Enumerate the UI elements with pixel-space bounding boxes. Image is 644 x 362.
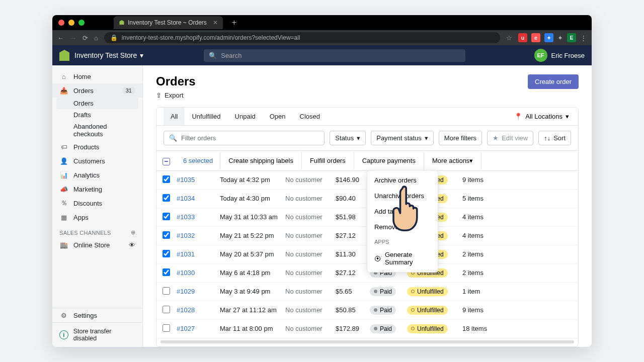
sidebar-sub-orders[interactable]: Orders [56,98,138,109]
sidebar-item-customers[interactable]: 👤Customers [52,154,142,168]
tab-unpaid[interactable]: Unpaid [228,108,263,125]
status-filter[interactable]: Status▾ [330,131,366,145]
order-id-link[interactable]: #1029 [177,288,220,295]
row-checkbox[interactable] [163,175,170,183]
sidebar-item-marketing[interactable]: 📣Marketing [52,182,142,196]
row-checkbox[interactable] [163,250,170,257]
order-date: May 21 at 5:22 pm [220,232,285,239]
menu-archive[interactable]: Archive orders [367,172,438,188]
fulfillment-status: Unfulfilled [407,306,462,315]
profile-icon[interactable]: E [567,33,576,42]
order-customer: No customer [285,269,336,277]
sort-button[interactable]: ↑↓Sort [538,131,571,145]
row-checkbox[interactable] [163,194,170,202]
selection-count[interactable]: 6 selected [176,152,220,169]
tab-open[interactable]: Open [263,108,293,125]
store-switcher[interactable]: Inventory Test Store ▾ [74,51,143,59]
chevron-down-icon: ▾ [566,113,569,120]
menu-add-tags[interactable]: Add tags [367,204,438,219]
fulfill-orders-button[interactable]: Fulfill orders [302,152,354,169]
star-icon: ★ [493,134,499,142]
maximize-window-icon[interactable] [78,20,85,26]
order-id-link[interactable]: #1033 [177,213,220,221]
chevron-down-icon: ▾ [425,134,428,142]
create-shipping-labels-button[interactable]: Create shipping labels [220,152,302,169]
chart-icon: 📊 [59,170,68,179]
order-total: $50.85 [336,306,370,314]
order-customer: No customer [285,213,336,221]
extensions-icon[interactable]: ✦ [557,34,563,42]
location-filter[interactable]: 📍All Locations▾ [514,113,571,120]
user-menu[interactable]: EF Eric Froese [534,49,585,62]
row-checkbox[interactable] [163,306,170,313]
row-checkbox[interactable] [163,287,170,295]
horizontal-scrollbar[interactable] [160,340,574,343]
order-items: 4 items [462,213,572,221]
minimize-window-icon[interactable] [68,20,74,26]
sidebar-item-online-store[interactable]: 🏬Online Store👁 [52,238,142,252]
reload-icon[interactable]: ⟳ [83,34,88,42]
order-id-link[interactable]: #1032 [177,232,220,239]
tab-closed[interactable]: Closed [293,108,327,125]
filter-input[interactable]: 🔍Filter orders [164,131,325,145]
create-order-button[interactable]: Create order [528,74,579,89]
sidebar-sub-abandoned[interactable]: Abandoned checkouts [52,121,142,140]
edit-view-button[interactable]: ★Edit view [487,131,533,145]
menu-generate-summary[interactable]: ⦿Generate Summary [367,247,438,270]
close-window-icon[interactable] [58,20,64,26]
order-id-link[interactable]: #1034 [177,195,220,202]
extension-icon[interactable]: u [518,33,527,42]
payment-status-filter[interactable]: Payment status▾ [371,131,434,145]
row-checkbox[interactable] [163,268,170,276]
search-input[interactable]: 🔍 Search [204,49,465,62]
store-icon: 🏬 [59,240,68,249]
export-button[interactable]: ⇧Export [156,92,196,99]
order-id-link[interactable]: #1035 [177,176,220,184]
star-icon[interactable]: ☆ [506,34,512,42]
sidebar-item-products[interactable]: 🏷Products [52,140,142,154]
sidebar-sub-drafts[interactable]: Drafts [52,109,142,121]
order-id-link[interactable]: #1028 [177,306,220,314]
address-bar[interactable]: 🔒 inventory-test-store.myshopify.com/adm… [104,32,500,43]
tab-all[interactable]: All [164,108,185,125]
add-channel-icon[interactable]: ⊕ [131,229,135,236]
back-icon[interactable]: ← [57,34,64,42]
table-row: #1029 May 3 at 9:49 pm No customer $5.65… [156,283,578,301]
browser-tab[interactable]: Inventory Test Store ~ Orders ✕ [114,16,223,29]
more-filters-button[interactable]: More filters [439,131,482,145]
forward-icon[interactable]: → [70,34,76,42]
row-checkbox[interactable] [163,324,170,332]
tab-unfulfilled[interactable]: Unfulfilled [185,108,227,125]
order-items: 18 items [462,325,572,332]
sidebar-item-orders[interactable]: 📥Orders31 [52,83,142,98]
sidebar-item-apps[interactable]: ▦Apps [52,210,142,224]
order-id-link[interactable]: #1031 [177,250,220,258]
extension-icon[interactable]: e [531,33,540,42]
order-date: May 3 at 9:49 pm [220,288,285,295]
sidebar-item-home[interactable]: ⌂Home [52,69,142,83]
more-actions-button[interactable]: More actions▾ [424,152,481,169]
sidebar-item-analytics[interactable]: 📊Analytics [52,168,142,182]
extension-icon[interactable]: ✦ [544,33,553,42]
order-id-link[interactable]: #1027 [177,325,220,332]
home-icon[interactable]: ⌂ [94,34,98,42]
close-tab-icon[interactable]: ✕ [213,19,218,26]
eye-icon[interactable]: 👁 [129,241,135,249]
apps-icon: ▦ [59,213,68,222]
avatar: EF [534,49,547,62]
store-transfer-notice[interactable]: iStore transfer disabled [52,322,142,347]
sidebar-item-settings[interactable]: ⚙Settings [52,308,142,322]
capture-payments-button[interactable]: Capture payments [354,152,424,169]
menu-remove-tags[interactable]: Remove tags [367,219,438,235]
row-checkbox[interactable] [163,213,170,220]
new-tab-button[interactable]: + [232,18,236,27]
megaphone-icon: 📣 [59,185,68,194]
app-header: Inventory Test Store ▾ 🔍 Search EF Eric … [52,45,592,65]
pin-icon: 📍 [514,113,522,120]
menu-icon[interactable]: ⋮ [580,34,587,42]
sidebar-item-discounts[interactable]: ％Discounts [52,196,142,210]
order-id-link[interactable]: #1030 [177,269,220,277]
menu-unarchive[interactable]: Unarchive orders [367,188,438,204]
select-all-checkbox[interactable] [163,158,170,165]
row-checkbox[interactable] [163,231,170,239]
